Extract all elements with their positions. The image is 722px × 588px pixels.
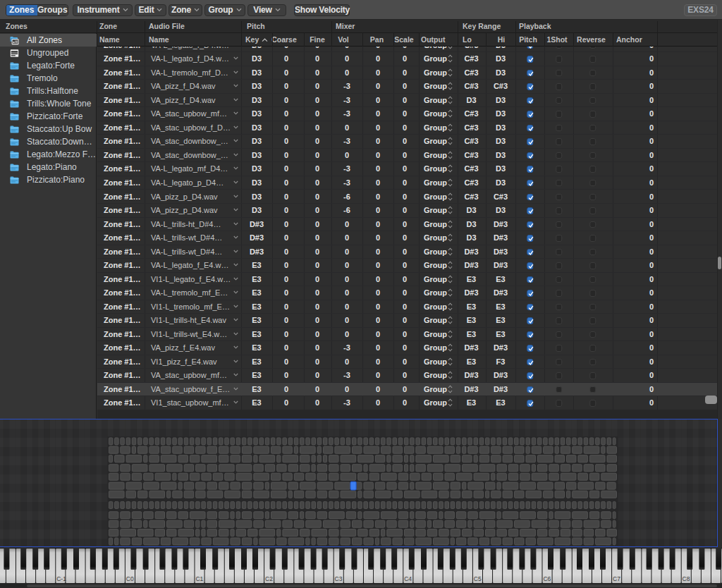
svg-text:C7: C7: [613, 575, 620, 582]
svg-text:C-1: C-1: [56, 575, 66, 582]
svg-text:C4: C4: [404, 575, 412, 582]
svg-text:C3: C3: [335, 575, 343, 582]
svg-text:C2: C2: [265, 575, 273, 582]
svg-text:C6: C6: [543, 575, 551, 582]
svg-text:C5: C5: [474, 575, 482, 582]
svg-text:C1: C1: [195, 575, 203, 582]
svg-text:C8: C8: [683, 575, 690, 582]
svg-text:C0: C0: [126, 575, 134, 582]
